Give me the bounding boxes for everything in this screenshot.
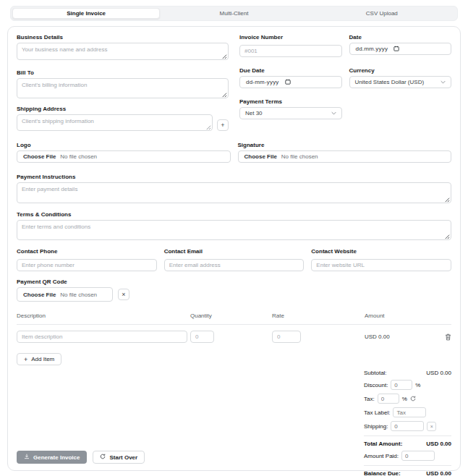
start-over-button[interactable]: Start Over: [93, 451, 145, 464]
trash-icon: [445, 332, 451, 343]
resize-handle-icon[interactable]: [205, 124, 211, 130]
reset-tax-button[interactable]: [410, 396, 416, 401]
add-shipping-address-button[interactable]: +: [217, 119, 229, 131]
calendar-icon: [393, 46, 399, 53]
divider: [364, 435, 451, 436]
subtotal-label: Subtotal:: [364, 370, 387, 376]
tab-single-invoice[interactable]: Single Invoice: [12, 8, 160, 19]
amount-paid-label: Amount Paid:: [364, 453, 399, 459]
invoice-form-card: Business Details Bill To Shi: [7, 26, 461, 471]
item-row: USD 0.00: [17, 325, 451, 346]
file-status: No file chosen: [281, 153, 318, 160]
resize-handle-icon[interactable]: [221, 91, 227, 98]
total-amount-label: Total Amount:: [364, 441, 402, 447]
tax-label-input[interactable]: [393, 407, 426, 417]
tax-label: Tax:: [364, 396, 375, 402]
item-description-input[interactable]: [17, 331, 187, 343]
balance-due-value: USD 0.00: [426, 470, 451, 476]
payment-terms-select[interactable]: Net 30: [239, 107, 342, 119]
item-rate-input[interactable]: [272, 331, 301, 343]
currency-label: Currency: [349, 67, 452, 74]
logo-file-input[interactable]: Choose File No file chosen: [17, 150, 231, 163]
date-value: dd.mm.yyyy: [356, 46, 388, 52]
plus-icon: +: [221, 122, 224, 129]
percent-sign: %: [415, 382, 420, 388]
chevron-down-icon: [441, 79, 446, 85]
invoice-number-input[interactable]: [239, 45, 342, 57]
bill-to-label: Bill To: [17, 69, 229, 76]
bill-to-textarea[interactable]: [17, 78, 229, 98]
payment-terms-label: Payment Terms: [239, 98, 342, 105]
clear-shipping-button[interactable]: ×: [427, 422, 436, 431]
terms-conditions-label: Terms & Conditions: [17, 211, 451, 218]
balance-due-label: Balance Due:: [364, 470, 401, 476]
subtotal-value: USD 0.00: [426, 370, 451, 376]
contact-email-input[interactable]: [164, 259, 305, 271]
payment-instructions-label: Payment Instructions: [17, 174, 451, 180]
tab-multi-client-label: Multi-Client: [219, 10, 248, 17]
contact-phone-label: Contact Phone: [17, 248, 157, 255]
business-details-textarea[interactable]: [17, 43, 229, 60]
resize-handle-icon[interactable]: [443, 233, 450, 239]
choose-file-button: Choose File: [244, 153, 277, 160]
add-item-label: Add Item: [31, 356, 54, 362]
shipping-input[interactable]: [391, 421, 424, 431]
payment-qr-label: Payment QR Code: [17, 279, 451, 285]
terms-conditions-textarea[interactable]: [17, 220, 451, 240]
clear-qr-button[interactable]: ×: [118, 289, 129, 300]
shipping-address-label: Shipping Address: [17, 106, 229, 112]
qr-file-input[interactable]: Choose File No file chosen: [17, 287, 113, 302]
file-status: No file chosen: [60, 153, 97, 160]
delete-item-button[interactable]: [445, 333, 451, 341]
file-status: No file chosen: [60, 292, 97, 298]
add-item-button[interactable]: + Add Item: [17, 353, 61, 365]
currency-select[interactable]: United States Dollar (USD): [349, 76, 452, 88]
calendar-icon: [285, 79, 291, 86]
tab-csv-upload-label: CSV Upload: [366, 10, 398, 17]
amount-header: Amount: [365, 313, 437, 319]
tab-multi-client[interactable]: Multi-Client: [160, 8, 307, 19]
payment-terms-value: Net 30: [245, 110, 263, 116]
date-input[interactable]: dd.mm.yyyy: [349, 43, 452, 55]
contact-phone-input[interactable]: [17, 259, 157, 271]
resize-handle-icon[interactable]: [221, 53, 227, 59]
resize-handle-icon[interactable]: [443, 196, 450, 203]
item-amount-text: USD 0.00: [365, 333, 437, 340]
discount-label: Discount:: [364, 382, 388, 388]
tab-single-invoice-label: Single Invoice: [67, 10, 106, 17]
footer-actions: Generate Invoice Start Over: [17, 451, 145, 464]
signature-file-input[interactable]: Choose File No file chosen: [238, 150, 452, 163]
divider: [364, 465, 451, 466]
item-quantity-input[interactable]: [190, 331, 214, 343]
tab-csv-upload[interactable]: CSV Upload: [308, 8, 456, 19]
close-icon: ×: [122, 291, 125, 298]
tax-rate-input[interactable]: [378, 394, 399, 404]
date-label: Date: [349, 34, 452, 41]
generate-invoice-label: Generate Invoice: [33, 454, 80, 461]
contact-email-label: Contact Email: [164, 248, 305, 255]
due-date-label: Due Date: [239, 67, 342, 74]
invoice-number-label: Invoice Number: [239, 34, 342, 41]
due-date-value: dd-mm-yyyy: [246, 79, 279, 85]
shipping-label: Shipping:: [364, 423, 388, 430]
discount-input[interactable]: [391, 380, 412, 390]
total-amount-value: USD 0.00: [426, 441, 451, 447]
business-details-label: Business Details: [17, 34, 229, 41]
chevron-down-icon: [331, 110, 336, 116]
currency-value: United States Dollar (USD): [355, 79, 425, 85]
tax-name-label: Tax Label:: [364, 409, 390, 416]
rate-header: Rate: [272, 313, 365, 319]
percent-sign: %: [402, 396, 407, 402]
quantity-header: Quantity: [190, 313, 272, 319]
contact-website-input[interactable]: [311, 259, 451, 271]
shipping-address-textarea[interactable]: [17, 114, 213, 131]
amount-paid-input[interactable]: [401, 451, 435, 461]
generate-invoice-button[interactable]: Generate Invoice: [17, 451, 87, 464]
totals-panel: Subtotal: USD 0.00 Discount: % Tax: % Ta…: [364, 370, 451, 476]
signature-label: Signature: [238, 142, 452, 148]
due-date-input[interactable]: dd-mm-yyyy: [239, 76, 342, 88]
payment-instructions-textarea[interactable]: [17, 182, 451, 203]
plus-icon: +: [24, 356, 27, 363]
download-icon: [24, 454, 30, 461]
start-over-label: Start Over: [109, 454, 137, 461]
